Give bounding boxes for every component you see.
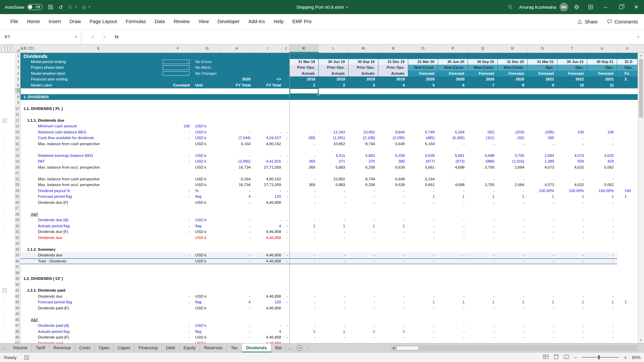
cell-L36[interactable]: -	[319, 258, 348, 264]
column-header-Q[interactable]: Q	[468, 44, 498, 53]
cell-M50[interactable]: -	[348, 341, 378, 344]
cell-L44[interactable]: -	[319, 305, 348, 311]
cell-V43[interactable]: 1	[617, 299, 638, 305]
cell-P31[interactable]: -	[438, 229, 468, 235]
cell-S5[interactable]: 2021	[528, 76, 557, 82]
cell-N42[interactable]: -	[378, 294, 408, 300]
cell-Q48[interactable]: -	[468, 329, 498, 335]
cell-E48[interactable]: Actuals period flag	[20, 329, 162, 335]
cell-S2[interactable]: 31 Mar 21	[528, 59, 557, 65]
cell-Q50[interactable]: -	[468, 341, 498, 344]
column-header-B[interactable]: B	[24, 44, 27, 53]
cell-F24[interactable]: -	[162, 188, 194, 194]
row-header-3[interactable]: 3	[15, 65, 20, 71]
cell-G26[interactable]: USD k	[194, 200, 221, 206]
row-header-2[interactable]: 2	[15, 59, 20, 65]
cell-Q14[interactable]: (92)	[468, 129, 498, 135]
cell-K47[interactable]: -	[289, 323, 319, 329]
cell-U42[interactable]: -	[587, 294, 617, 300]
cell-L47[interactable]: -	[319, 323, 348, 329]
cell-M25[interactable]: -	[348, 194, 378, 200]
cell-H49[interactable]: -	[221, 335, 253, 341]
cell-O2[interactable]: 31 Mar 20	[408, 59, 438, 65]
cell-Q44[interactable]: -	[468, 305, 498, 311]
cell-H42[interactable]: -	[221, 294, 253, 300]
zoom-level[interactable]: 80%	[632, 355, 641, 360]
cell-R43[interactable]: 1	[498, 299, 528, 305]
cell-I50[interactable]: 4,46,858	[253, 341, 282, 344]
outline-level-button-1[interactable]: 1	[2, 46, 7, 51]
cell-U50[interactable]: -	[587, 341, 617, 344]
cell-K32[interactable]: -	[289, 235, 319, 241]
cell-F47[interactable]: -	[162, 323, 194, 329]
cell-T29[interactable]: -	[557, 217, 587, 223]
cell-E43[interactable]: Forecast period flag	[20, 299, 162, 305]
cell-N22[interactable]: 6,649	[378, 176, 408, 182]
cell-F19[interactable]: -	[162, 159, 194, 165]
cell-M31[interactable]: -	[348, 229, 378, 235]
cell-Q15[interactable]: (111)	[468, 135, 498, 141]
cell-E22[interactable]: Max. balance from cash perspective	[20, 176, 162, 182]
cell-H20[interactable]: 16,734	[221, 165, 253, 171]
cell-R24[interactable]: -	[498, 188, 528, 194]
cell-E5[interactable]: Financial year ending	[20, 76, 162, 82]
cell-L22[interactable]: 10,852	[319, 176, 348, 182]
cell-E19[interactable]: PAT	[20, 159, 162, 165]
cell-E25[interactable]: Forecast period flag	[20, 194, 162, 200]
cell-K19[interactable]: 369	[289, 159, 319, 165]
cell-R20[interactable]: 2,684	[498, 165, 528, 171]
cell-K42[interactable]: -	[289, 294, 319, 300]
row-header-1[interactable]: 1	[15, 53, 20, 59]
cell-N14[interactable]: 8,844	[378, 129, 408, 135]
row-header-15[interactable]: 15	[15, 135, 20, 141]
cell-Q26[interactable]: -	[468, 200, 498, 206]
cell-Q2[interactable]: 30 Sep 20	[468, 59, 498, 65]
cell-M35[interactable]: -	[348, 252, 378, 258]
cell-P49[interactable]: -	[438, 335, 468, 341]
row-header-32[interactable]: 32	[15, 235, 20, 241]
cell-S35[interactable]: -	[528, 252, 557, 258]
cell-I25[interactable]: 120	[253, 194, 282, 200]
row-header-43[interactable]: 43	[15, 299, 20, 305]
cell-G47[interactable]: USD k	[194, 323, 221, 329]
cell-R6[interactable]: 8	[498, 82, 528, 88]
cell-R14[interactable]: (203)	[498, 129, 528, 135]
cell-H19[interactable]: (3,955)	[221, 159, 253, 165]
cell-M30[interactable]: 1	[348, 223, 378, 229]
ribbon-tab-help[interactable]: Help	[269, 14, 288, 29]
sheet-tab-capex[interactable]: Capex	[114, 344, 135, 352]
name-box[interactable]: K7 ▾	[0, 29, 80, 44]
cell-S20[interactable]: 4,073	[528, 165, 557, 171]
comments-button[interactable]: Comments	[607, 19, 638, 24]
cell-O48[interactable]: -	[408, 329, 438, 335]
cell-E46[interactable]: A&F	[20, 317, 162, 323]
cell-H47[interactable]: -	[221, 323, 253, 329]
cell-L5[interactable]: 2019	[319, 76, 348, 82]
cell-R30[interactable]: -	[498, 223, 528, 229]
cell-E30[interactable]: Actuals period flag	[20, 223, 162, 229]
cell-T6[interactable]: 10	[557, 82, 587, 88]
redo-icon[interactable]: ↻	[68, 5, 72, 10]
formula-bar-expand-icon[interactable]: ▾	[633, 35, 644, 39]
cell-T15[interactable]: -	[557, 135, 587, 141]
cell-J31[interactable]: -	[282, 229, 289, 235]
cell-M26[interactable]: -	[348, 200, 378, 206]
cell-E29[interactable]: Dividends due [A]	[20, 217, 162, 223]
ribbon-tab-view[interactable]: View	[194, 14, 213, 29]
cell-R5[interactable]: 2020	[498, 76, 528, 82]
cell-G35[interactable]: USD k	[194, 252, 221, 258]
cell-I20[interactable]: 27,71,059	[253, 165, 282, 171]
cell-S43[interactable]: 1	[528, 299, 557, 305]
cell-G29[interactable]: USD k	[194, 217, 221, 223]
cell-S16[interactable]: -	[528, 141, 557, 147]
cell-O31[interactable]: -	[408, 229, 438, 235]
cell-M19[interactable]: 376	[348, 159, 378, 165]
cell-S26[interactable]: -	[528, 200, 557, 206]
cell-I16[interactable]: 4,80,162	[253, 141, 282, 147]
cell-P19[interactable]: (973)	[438, 159, 468, 165]
cell-U24[interactable]: 100.00%	[587, 188, 617, 194]
cell-H25[interactable]: 4	[221, 194, 253, 200]
cell-E47[interactable]: Dividends paid [A]	[20, 323, 162, 329]
minimize-button[interactable]: ─	[598, 0, 613, 14]
cell-O47[interactable]: -	[408, 323, 438, 329]
